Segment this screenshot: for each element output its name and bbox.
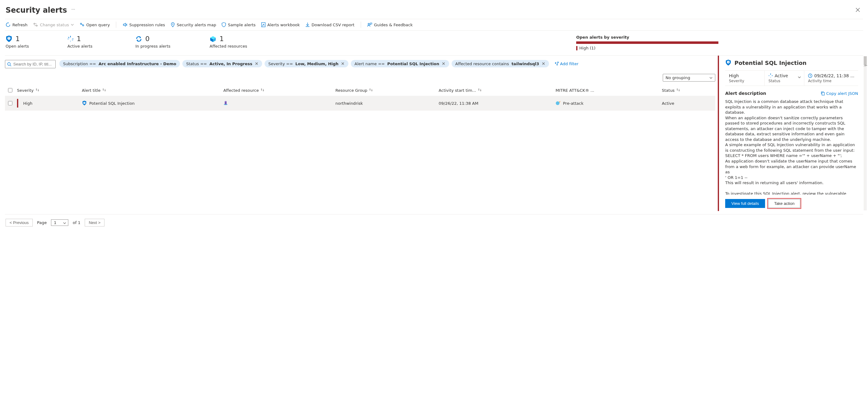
severity-bar (576, 41, 718, 44)
open-query-label: Open query (86, 23, 110, 27)
svg-rect-25 (772, 75, 773, 76)
copy-icon (821, 91, 825, 95)
col-rg[interactable]: Resource Group (334, 85, 437, 96)
col-title[interactable]: Alert title (80, 85, 222, 96)
svg-point-4 (368, 24, 369, 25)
svg-rect-17 (225, 101, 226, 104)
open-query-button[interactable]: Open query (80, 22, 110, 27)
severity-high-legend: High (1) (579, 46, 595, 51)
filter-chip-subscription[interactable]: Subscription == Arc enabled Infrastructu… (59, 60, 180, 67)
download-csv-button[interactable]: Download CSV report (305, 22, 354, 27)
chip-key: Status == (186, 62, 207, 66)
sort-icon (260, 88, 264, 92)
meta-status[interactable]: Active Status (765, 71, 804, 86)
col-activity[interactable]: Activity start tim... (437, 85, 554, 96)
svg-point-18 (225, 101, 226, 101)
alerts-workbook-button[interactable]: Alerts workbook (261, 22, 300, 27)
chip-remove-icon[interactable]: ✕ (541, 61, 545, 66)
filter-chip-status[interactable]: Status == Active, In Progress ✕ (182, 60, 262, 67)
svg-rect-22 (770, 73, 771, 75)
expand-pane-icon[interactable]: ≫ (863, 63, 867, 67)
active-alerts-label: Active alerts (67, 44, 129, 49)
chip-key: Subscription == (63, 62, 96, 66)
svg-text:!: ! (8, 37, 9, 40)
suppression-rules-button[interactable]: Suppression rules (122, 22, 165, 27)
refresh-label: Refresh (12, 23, 28, 27)
paging-footer: < Previous Page 1 of 1 Next > (5, 214, 863, 228)
affected-resources-tile[interactable]: 1 Affected resources (210, 35, 278, 51)
open-alerts-tile[interactable]: ! 1 Open alerts (6, 35, 61, 51)
refresh-icon (6, 22, 10, 27)
meta-severity: High Severity (725, 71, 765, 86)
download-icon (305, 22, 310, 27)
svg-point-13 (8, 62, 10, 65)
previous-page-button[interactable]: < Previous (6, 219, 33, 226)
table-row[interactable]: High ! Potential SQL Injection (5, 96, 715, 110)
svg-rect-27 (822, 92, 825, 95)
change-status-icon (33, 23, 38, 27)
cube-icon (210, 36, 216, 42)
search-field[interactable] (13, 62, 54, 67)
open-alerts-label: Open alerts (6, 44, 61, 49)
row-rg: northwindrisk (335, 101, 363, 106)
sort-icon (478, 88, 482, 92)
row-title: Potential SQL Injection (89, 101, 135, 106)
svg-rect-24 (769, 75, 770, 76)
grouping-dropdown[interactable]: No grouping (663, 74, 715, 82)
page-number-select[interactable]: 1 (51, 219, 68, 226)
meta-time-value: 09/26/22, 11:38 ... (814, 73, 855, 78)
add-filter-button[interactable]: Add filter (552, 60, 582, 67)
filter-chip-alert-name[interactable]: Alert name == Potential SQL Injection ✕ (351, 60, 449, 67)
chip-key: Severity == (268, 62, 293, 66)
chevron-down-icon[interactable] (798, 74, 801, 79)
sql-resource-icon (223, 100, 228, 106)
svg-point-2 (172, 24, 173, 25)
shield-alert-icon: ! (725, 59, 732, 66)
page-label: Page (37, 220, 47, 225)
sort-icon (676, 88, 680, 92)
copy-json-button[interactable]: Copy alert JSON (821, 91, 858, 96)
search-input[interactable] (5, 60, 56, 68)
severity-title: Open alerts by severity (576, 35, 862, 39)
select-all-checkbox[interactable] (8, 88, 12, 92)
alerts-map-button[interactable]: Security alerts map (170, 22, 216, 27)
view-full-details-button[interactable]: View full details (725, 199, 765, 208)
command-bar: Refresh Change status Open query Suppres… (5, 19, 863, 31)
query-icon (80, 22, 84, 27)
chip-remove-icon[interactable]: ✕ (341, 61, 345, 66)
desc-section-title: Alert description (725, 91, 766, 96)
svg-point-1 (83, 25, 84, 26)
chip-val: Arc enabled Infrastructure - Demo (99, 62, 176, 66)
svg-point-0 (81, 23, 82, 24)
row-checkbox[interactable] (8, 101, 12, 105)
col-mitre[interactable]: MITRE ATT&CK® ... (554, 85, 660, 96)
chip-remove-icon[interactable]: ✕ (442, 61, 445, 66)
severity-block: Open alerts by severity High (1) (576, 35, 862, 51)
shield-icon (222, 22, 226, 27)
take-action-button[interactable]: Take action (768, 199, 800, 208)
col-status[interactable]: Status (660, 85, 715, 96)
col-severity[interactable]: Severity (15, 85, 80, 96)
next-page-button[interactable]: Next > (85, 219, 104, 226)
detail-scrollbar[interactable] (864, 56, 867, 211)
filter-chip-resource[interactable]: Affected resource contains tailwindsql3 … (452, 60, 549, 67)
sample-alerts-button[interactable]: Sample alerts (222, 22, 256, 27)
col-resource[interactable]: Affected resource (221, 85, 334, 96)
close-icon[interactable] (853, 6, 862, 14)
in-progress-value: 0 (145, 35, 150, 43)
filter-icon (555, 62, 559, 65)
chip-key: Affected resource contains (455, 62, 509, 66)
more-icon[interactable]: ··· (71, 7, 75, 12)
workbook-icon (261, 22, 266, 27)
open-alerts-value: 1 (16, 35, 20, 43)
row-status: Active (662, 101, 674, 106)
guides-button[interactable]: Guides & Feedback (367, 22, 413, 27)
active-alerts-tile[interactable]: 1 Active alerts (67, 35, 129, 51)
in-progress-tile[interactable]: 0 In progress alerts (135, 35, 204, 51)
page-number-value: 1 (54, 220, 56, 225)
filter-chip-severity[interactable]: Severity == Low, Medium, High ✕ (265, 60, 348, 67)
refresh-button[interactable]: Refresh (6, 22, 28, 27)
map-pin-icon (170, 22, 175, 27)
chip-remove-icon[interactable]: ✕ (255, 61, 258, 66)
download-label: Download CSV report (312, 23, 354, 27)
